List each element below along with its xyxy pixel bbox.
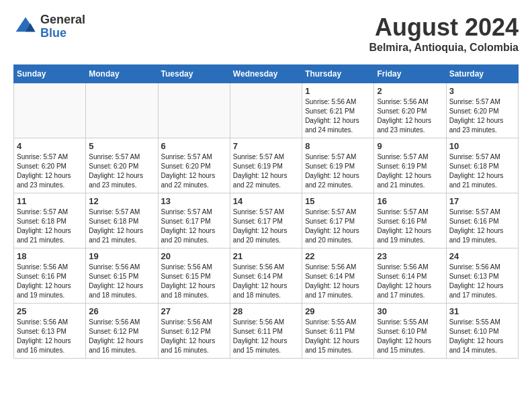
calendar-header: SundayMondayTuesdayWednesdayThursdayFrid… — [14, 65, 519, 83]
calendar-cell: 22Sunrise: 5:56 AM Sunset: 6:14 PM Dayli… — [302, 248, 374, 304]
calendar-cell: 19Sunrise: 5:56 AM Sunset: 6:15 PM Dayli… — [86, 248, 158, 304]
day-number: 5 — [89, 141, 154, 151]
day-info: Sunrise: 5:57 AM Sunset: 6:16 PM Dayligh… — [377, 208, 443, 245]
week-row-3: 11Sunrise: 5:57 AM Sunset: 6:18 PM Dayli… — [14, 193, 519, 248]
day-number: 15 — [305, 196, 371, 206]
day-info: Sunrise: 5:56 AM Sunset: 6:14 PM Dayligh… — [233, 263, 299, 300]
calendar-cell — [86, 83, 158, 138]
day-number: 30 — [377, 306, 443, 316]
header-cell-wednesday: Wednesday — [230, 65, 302, 83]
day-info: Sunrise: 5:56 AM Sunset: 6:11 PM Dayligh… — [233, 318, 299, 355]
calendar-cell: 5Sunrise: 5:57 AM Sunset: 6:20 PM Daylig… — [86, 138, 158, 193]
day-info: Sunrise: 5:56 AM Sunset: 6:15 PM Dayligh… — [89, 263, 154, 300]
calendar-cell: 24Sunrise: 5:56 AM Sunset: 6:13 PM Dayli… — [446, 248, 518, 304]
calendar-cell: 4Sunrise: 5:57 AM Sunset: 6:20 PM Daylig… — [14, 138, 86, 193]
calendar-cell: 18Sunrise: 5:56 AM Sunset: 6:16 PM Dayli… — [14, 248, 86, 304]
day-number: 29 — [305, 306, 371, 316]
day-info: Sunrise: 5:57 AM Sunset: 6:20 PM Dayligh… — [89, 152, 154, 190]
day-info: Sunrise: 5:57 AM Sunset: 6:19 PM Dayligh… — [305, 152, 371, 190]
month-year-title: August 2024 — [369, 13, 519, 42]
calendar-cell: 16Sunrise: 5:57 AM Sunset: 6:16 PM Dayli… — [374, 193, 446, 248]
day-info: Sunrise: 5:56 AM Sunset: 6:12 PM Dayligh… — [89, 318, 154, 355]
header-cell-saturday: Saturday — [446, 65, 518, 83]
calendar-cell: 21Sunrise: 5:56 AM Sunset: 6:14 PM Dayli… — [230, 248, 302, 304]
calendar-cell: 14Sunrise: 5:57 AM Sunset: 6:17 PM Dayli… — [230, 193, 302, 248]
day-info: Sunrise: 5:56 AM Sunset: 6:12 PM Dayligh… — [161, 318, 227, 355]
header-cell-monday: Monday — [86, 65, 158, 83]
location-subtitle: Belmira, Antioquia, Colombia — [369, 42, 519, 54]
day-info: Sunrise: 5:56 AM Sunset: 6:16 PM Dayligh… — [17, 263, 83, 300]
logo-general-text: General — [40, 13, 85, 27]
day-number: 23 — [377, 251, 443, 261]
week-row-5: 25Sunrise: 5:56 AM Sunset: 6:13 PM Dayli… — [14, 304, 519, 359]
header-cell-tuesday: Tuesday — [158, 65, 230, 83]
calendar-cell: 30Sunrise: 5:55 AM Sunset: 6:10 PM Dayli… — [374, 304, 446, 359]
day-info: Sunrise: 5:56 AM Sunset: 6:13 PM Dayligh… — [17, 318, 83, 355]
day-number: 25 — [17, 306, 83, 316]
calendar-cell: 7Sunrise: 5:57 AM Sunset: 6:19 PM Daylig… — [230, 138, 302, 193]
day-number: 19 — [89, 251, 154, 261]
day-number: 18 — [17, 251, 83, 261]
title-block: August 2024 Belmira, Antioquia, Colombia — [369, 13, 519, 54]
day-number: 12 — [89, 196, 154, 206]
day-number: 26 — [89, 306, 154, 316]
day-number: 16 — [377, 196, 443, 206]
day-number: 20 — [161, 251, 227, 261]
day-info: Sunrise: 5:57 AM Sunset: 6:18 PM Dayligh… — [89, 208, 154, 245]
calendar-body: 1Sunrise: 5:56 AM Sunset: 6:21 PM Daylig… — [14, 83, 519, 359]
header-row: SundayMondayTuesdayWednesdayThursdayFrid… — [14, 65, 519, 83]
day-info: Sunrise: 5:57 AM Sunset: 6:17 PM Dayligh… — [233, 208, 299, 245]
calendar-cell: 9Sunrise: 5:57 AM Sunset: 6:19 PM Daylig… — [374, 138, 446, 193]
day-info: Sunrise: 5:55 AM Sunset: 6:11 PM Dayligh… — [305, 318, 371, 355]
day-info: Sunrise: 5:56 AM Sunset: 6:15 PM Dayligh… — [161, 263, 227, 300]
day-number: 21 — [233, 251, 299, 261]
header-cell-sunday: Sunday — [14, 65, 86, 83]
day-number: 13 — [161, 196, 227, 206]
day-number: 27 — [161, 306, 227, 316]
day-info: Sunrise: 5:56 AM Sunset: 6:14 PM Dayligh… — [305, 263, 371, 300]
day-number: 3 — [449, 86, 515, 96]
calendar-cell: 15Sunrise: 5:57 AM Sunset: 6:17 PM Dayli… — [302, 193, 374, 248]
day-info: Sunrise: 5:55 AM Sunset: 6:10 PM Dayligh… — [449, 318, 515, 355]
calendar-cell: 28Sunrise: 5:56 AM Sunset: 6:11 PM Dayli… — [230, 304, 302, 359]
day-number: 10 — [449, 141, 515, 151]
day-number: 2 — [377, 86, 443, 96]
calendar-cell: 26Sunrise: 5:56 AM Sunset: 6:12 PM Dayli… — [86, 304, 158, 359]
calendar-cell: 27Sunrise: 5:56 AM Sunset: 6:12 PM Dayli… — [158, 304, 230, 359]
calendar-cell — [14, 83, 86, 138]
day-info: Sunrise: 5:57 AM Sunset: 6:19 PM Dayligh… — [377, 152, 443, 190]
day-number: 8 — [305, 141, 371, 151]
calendar-cell: 6Sunrise: 5:57 AM Sunset: 6:20 PM Daylig… — [158, 138, 230, 193]
week-row-2: 4Sunrise: 5:57 AM Sunset: 6:20 PM Daylig… — [14, 138, 519, 193]
header-cell-thursday: Thursday — [302, 65, 374, 83]
day-info: Sunrise: 5:56 AM Sunset: 6:21 PM Dayligh… — [305, 97, 371, 135]
calendar-cell: 8Sunrise: 5:57 AM Sunset: 6:19 PM Daylig… — [302, 138, 374, 193]
week-row-4: 18Sunrise: 5:56 AM Sunset: 6:16 PM Dayli… — [14, 248, 519, 304]
header-cell-friday: Friday — [374, 65, 446, 83]
day-number: 11 — [17, 196, 83, 206]
logo-icon — [13, 15, 38, 39]
calendar-cell: 31Sunrise: 5:55 AM Sunset: 6:10 PM Dayli… — [446, 304, 518, 359]
calendar-cell: 20Sunrise: 5:56 AM Sunset: 6:15 PM Dayli… — [158, 248, 230, 304]
calendar-cell: 13Sunrise: 5:57 AM Sunset: 6:17 PM Dayli… — [158, 193, 230, 248]
calendar-cell — [230, 83, 302, 138]
day-number: 6 — [161, 141, 227, 151]
logo-text: General Blue — [40, 13, 85, 40]
week-row-1: 1Sunrise: 5:56 AM Sunset: 6:21 PM Daylig… — [14, 83, 519, 138]
day-info: Sunrise: 5:56 AM Sunset: 6:20 PM Dayligh… — [377, 97, 443, 135]
calendar-cell: 23Sunrise: 5:56 AM Sunset: 6:14 PM Dayli… — [374, 248, 446, 304]
day-number: 9 — [377, 141, 443, 151]
calendar-cell: 25Sunrise: 5:56 AM Sunset: 6:13 PM Dayli… — [14, 304, 86, 359]
day-number: 1 — [305, 86, 371, 96]
calendar-cell: 1Sunrise: 5:56 AM Sunset: 6:21 PM Daylig… — [302, 83, 374, 138]
calendar-cell: 10Sunrise: 5:57 AM Sunset: 6:18 PM Dayli… — [446, 138, 518, 193]
calendar-cell: 17Sunrise: 5:57 AM Sunset: 6:16 PM Dayli… — [446, 193, 518, 248]
day-number: 22 — [305, 251, 371, 261]
day-info: Sunrise: 5:56 AM Sunset: 6:14 PM Dayligh… — [377, 263, 443, 300]
day-info: Sunrise: 5:57 AM Sunset: 6:19 PM Dayligh… — [233, 152, 299, 190]
calendar-cell — [158, 83, 230, 138]
day-info: Sunrise: 5:57 AM Sunset: 6:18 PM Dayligh… — [17, 208, 83, 245]
logo: General Blue — [13, 13, 85, 40]
day-info: Sunrise: 5:57 AM Sunset: 6:20 PM Dayligh… — [449, 97, 515, 135]
day-info: Sunrise: 5:57 AM Sunset: 6:16 PM Dayligh… — [449, 208, 515, 245]
